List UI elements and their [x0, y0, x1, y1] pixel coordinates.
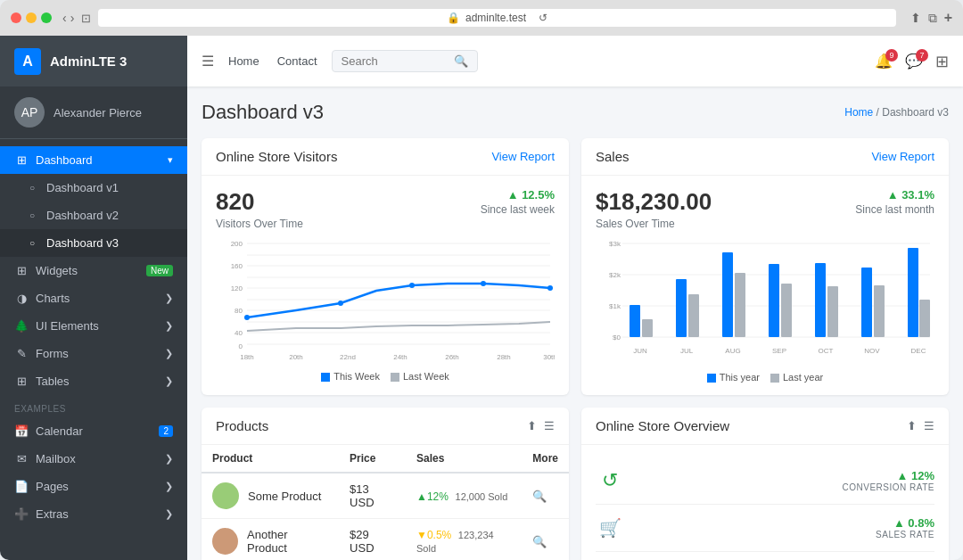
menu-toggle[interactable]: ☰ — [202, 53, 214, 70]
svg-text:DEC: DEC — [911, 347, 926, 355]
product-price: $13 USD — [339, 473, 406, 519]
svg-text:JUN: JUN — [633, 347, 647, 355]
sidebar-item-label: Extras — [36, 507, 69, 521]
product-image — [212, 482, 239, 509]
visitors-change-pct: ▲ 12.5% — [481, 188, 555, 202]
svg-text:NOV: NOV — [864, 347, 880, 355]
sales-card-header: Sales View Report — [581, 138, 949, 176]
tab-button[interactable]: ⧉ — [928, 10, 937, 26]
sidebar-item-ui-elements[interactable]: 🌲 UI Elements ❯ — [0, 312, 187, 340]
visitors-chart-legend: This Week Last Week — [216, 371, 555, 382]
charts-icon: ◑ — [14, 292, 29, 305]
sidebar-brand: A AdminLTE 3 — [0, 36, 187, 86]
sidebar-item-dashboard-v1[interactable]: ○ Dashboard v1 — [0, 174, 187, 202]
visitors-line-chart: 200 160 120 80 40 0 — [216, 239, 555, 364]
upload-icon[interactable]: ⬆ — [527, 419, 537, 432]
sidebar-item-label: Dashboard v2 — [46, 209, 119, 222]
svg-text:160: 160 — [231, 262, 243, 270]
upload-icon[interactable]: ⬆ — [907, 419, 917, 432]
browser-actions: ⬆ ⧉ + — [910, 10, 952, 26]
brand-name: AdminLTE 3 — [50, 54, 127, 69]
svg-rect-44 — [815, 263, 826, 337]
menu-icon[interactable]: ☰ — [544, 419, 555, 432]
apps-button[interactable]: ⊞ — [935, 52, 949, 71]
products-table: Product Price Sales More — [202, 445, 569, 560]
search-input[interactable] — [342, 54, 449, 68]
sidebar-item-dashboard-v3[interactable]: ○ Dashboard v3 — [0, 229, 187, 257]
sidebar-item-calendar[interactable]: 📅 Calendar 2 — [0, 417, 187, 445]
widgets-icon: ⊞ — [14, 264, 29, 277]
forward-button[interactable]: › — [70, 11, 75, 25]
app-container: A AdminLTE 3 AP Alexander Pierce ⊞ Dashb… — [0, 36, 963, 560]
nav-link-contact[interactable]: Contact — [274, 54, 321, 68]
top-navbar: ☰ Home Contact 🔍 🔔 9 💬 7 ⊞ — [187, 36, 963, 86]
sidebar-item-label: Dashboard v3 — [46, 236, 119, 250]
sidebar-item-label: Pages — [36, 480, 69, 493]
calendar-icon: 📅 — [14, 424, 29, 438]
svg-text:30th: 30th — [543, 353, 555, 361]
sales-change: ▼0.5% — [416, 529, 451, 541]
sidebar-item-tables[interactable]: ⊞ Tables ❯ — [0, 367, 187, 395]
chevron-right-icon: ❯ — [165, 292, 173, 304]
visitors-view-report[interactable]: View Report — [491, 150, 555, 163]
product-search-button[interactable]: 🔍 — [522, 519, 569, 560]
reload-icon[interactable]: ↺ — [539, 12, 547, 24]
sidebar-item-charts[interactable]: ◑ Charts ❯ — [0, 284, 187, 312]
sidebar-item-widgets[interactable]: ⊞ Widgets New — [0, 257, 187, 284]
sidebar-item-mailbox[interactable]: ✉ Mailbox ❯ — [0, 445, 187, 473]
messages-button[interactable]: 💬 7 — [905, 53, 923, 70]
page-title: Dashboard v3 — [202, 101, 324, 124]
avatar: AP — [14, 97, 45, 128]
share-button[interactable]: ⬆ — [910, 10, 921, 26]
svg-rect-41 — [735, 273, 745, 337]
svg-text:$2k: $2k — [609, 271, 621, 279]
visitors-change-label: Since last week — [481, 203, 555, 216]
product-search-button[interactable]: 🔍 — [522, 473, 569, 519]
breadcrumb-current: Dashboard v3 — [882, 106, 949, 119]
examples-label: EXAMPLES — [0, 395, 187, 417]
breadcrumb-home[interactable]: Home — [844, 106, 873, 119]
overview-card: Online Store Overview ⬆ ☰ ↺ ▲ 12% C — [581, 408, 949, 560]
sidebar-item-label: Widgets — [36, 264, 78, 277]
sidebar-item-label: Charts — [36, 292, 70, 305]
plus-button[interactable]: + — [944, 10, 952, 26]
sales-view-report[interactable]: View Report — [871, 150, 934, 163]
sales-bar-chart: $3k $2k $1k $0 — [596, 239, 934, 364]
nav-link-home[interactable]: Home — [225, 54, 263, 68]
sales-card-title: Sales — [596, 149, 630, 164]
notifications-button[interactable]: 🔔 9 — [875, 53, 893, 70]
svg-text:JUL: JUL — [680, 347, 694, 355]
svg-rect-46 — [861, 268, 872, 337]
product-image — [212, 528, 238, 555]
table-actions: ⬆ ☰ — [527, 419, 555, 432]
browser-chrome: ‹ › ⊡ 🔒 adminlte.test ↺ ⬆ ⧉ + — [0, 0, 963, 36]
products-card-title: Products — [216, 418, 268, 433]
sidebar-item-dashboard[interactable]: ⊞ Dashboard ▾ — [0, 146, 187, 174]
address-bar[interactable]: 🔒 adminlte.test ↺ — [98, 9, 895, 27]
last-week-label: Last Week — [403, 371, 449, 382]
visitors-card: Online Store Visitors View Report 820 Vi… — [202, 138, 569, 395]
main-content: ☰ Home Contact 🔍 🔔 9 💬 7 ⊞ — [187, 36, 963, 560]
window-controls[interactable]: ⊡ — [81, 12, 91, 25]
sidebar-item-dashboard-v2[interactable]: ○ Dashboard v2 — [0, 202, 187, 229]
product-cell: Some Product — [212, 482, 328, 509]
sales-change-pct: ▲ 33.1% — [855, 188, 934, 202]
navbar-right: 🔔 9 💬 7 ⊞ — [875, 52, 949, 71]
col-product: Product — [202, 445, 339, 473]
product-price: $29 USD — [339, 519, 406, 560]
menu-icon[interactable]: ☰ — [924, 419, 934, 432]
url-text: adminlte.test — [465, 12, 526, 24]
svg-rect-42 — [769, 264, 779, 337]
circle-icon: ○ — [25, 210, 39, 220]
sidebar-item-pages[interactable]: 📄 Pages ❯ — [0, 473, 187, 500]
back-button[interactable]: ‹ — [62, 11, 67, 25]
visitors-card-title: Online Store Visitors — [216, 149, 337, 164]
page-header: Dashboard v3 Home / Dashboard v3 — [202, 101, 949, 124]
sidebar-item-extras[interactable]: ➕ Extras ❯ — [0, 500, 187, 528]
svg-text:80: 80 — [235, 307, 243, 315]
tables-icon: ⊞ — [14, 375, 29, 388]
sidebar-item-forms[interactable]: ✎ Forms ❯ — [0, 340, 187, 367]
sales-sold: 12,000 Sold — [456, 491, 508, 502]
bottom-cards-row: Products ⬆ ☰ Product Price Sales — [202, 408, 949, 560]
svg-text:200: 200 — [231, 240, 243, 248]
